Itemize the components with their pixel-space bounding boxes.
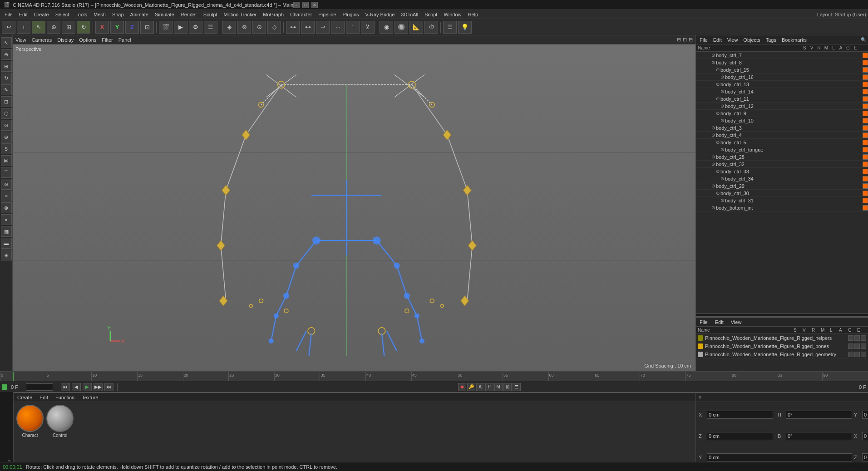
snap-grid[interactable]: ⊸ — [316, 21, 330, 34]
coord-z-input[interactable] — [707, 432, 773, 440]
sculpt-tool[interactable]: ◈ — [1, 250, 12, 260]
relax-tool[interactable]: ⊚ — [1, 202, 12, 213]
menu-pipeline[interactable]: Pipeline — [316, 11, 339, 18]
render-region[interactable]: 🎬 — [159, 21, 173, 34]
all-axes[interactable]: ⊡ — [140, 21, 154, 34]
menu-edit[interactable]: Edit — [16, 11, 30, 18]
obj-mgr-view[interactable]: View — [725, 37, 740, 43]
tree-item[interactable]: ⊙body_ctrl_32 — [696, 161, 868, 168]
tree-item[interactable]: ⊙body_ctrl_12 — [696, 103, 868, 110]
mat-mgr-edit[interactable]: Edit — [713, 319, 725, 325]
go-end[interactable]: ⏭ — [104, 383, 113, 391]
coord-z2-input[interactable] — [862, 453, 868, 461]
magnet-tool[interactable]: ⊛ — [1, 132, 12, 142]
scale-obj-tool[interactable]: ⊞ — [1, 61, 12, 72]
render-settings[interactable]: ⚙ — [189, 21, 202, 34]
tree-item[interactable]: ⊙body_ctrl_30 — [696, 190, 868, 197]
tree-item[interactable]: ⊙body_ctrl_13 — [696, 81, 868, 88]
obj-state-icon[interactable] — [848, 343, 853, 349]
char-create[interactable]: Create — [15, 395, 34, 400]
viewport-menu-display[interactable]: Display — [57, 37, 74, 43]
coord-h-input[interactable] — [786, 411, 852, 419]
new-tool[interactable]: + — [17, 21, 30, 34]
snap-enable[interactable]: ⊷ — [301, 21, 315, 34]
edit-mode-1[interactable]: ◈ — [222, 21, 236, 34]
tree-item[interactable]: ⊙body_ctrl_9 — [696, 110, 868, 117]
menu-create[interactable]: Create — [31, 11, 52, 18]
menu-3dtoall[interactable]: 3DToAll — [398, 11, 421, 18]
menu-mesh[interactable]: Mesh — [91, 11, 108, 18]
tree-item[interactable]: ⊙body_ctrl_34 — [696, 175, 868, 182]
menu-mograph[interactable]: MoGraph — [260, 11, 286, 18]
coord-y2-input[interactable] — [707, 453, 852, 461]
viewport-menu-filter[interactable]: Filter — [102, 37, 113, 43]
obj-state-icon[interactable] — [848, 335, 853, 341]
anim-btn[interactable]: A — [476, 383, 484, 391]
menu-plugins[interactable]: Plugins — [340, 11, 361, 18]
frame-input[interactable] — [26, 383, 53, 391]
tree-item[interactable]: ⊙body_ctrl_3 — [696, 124, 868, 132]
minimize-button[interactable]: − — [293, 2, 300, 8]
char-edit[interactable]: Edit — [38, 395, 50, 400]
coord-x2-input[interactable] — [862, 432, 868, 440]
coord-y-input[interactable] — [862, 411, 868, 419]
coord-x-input[interactable] — [707, 411, 773, 419]
tree-item[interactable]: ⊙body_ctrl_33 — [696, 168, 868, 175]
object-manager[interactable]: ◉ — [380, 21, 393, 34]
obj-state-icon[interactable] — [861, 343, 866, 349]
timeline-manager[interactable]: ⏱ — [424, 21, 438, 34]
snap-vertex[interactable]: ⊹ — [331, 21, 345, 34]
edge-tool[interactable]: ⊡ — [1, 96, 12, 107]
menu-help[interactable]: Help — [465, 11, 481, 18]
motion-btn[interactable]: M — [494, 383, 503, 391]
coord-manager[interactable]: 📐 — [409, 21, 423, 34]
menu-motiontracker[interactable]: Motion Tracker — [221, 11, 259, 18]
viewport-menu-cameras[interactable]: Cameras — [32, 37, 52, 43]
record-btn[interactable]: ⏺ — [458, 383, 466, 391]
mat-mgr-file[interactable]: File — [698, 319, 710, 325]
viewport-icon-2[interactable]: ⊡ — [683, 37, 687, 43]
tree-item[interactable]: ⊙body_ctrl_11 — [696, 95, 868, 103]
snap-edge[interactable]: ⊺ — [346, 21, 360, 34]
obj-mgr-edit[interactable]: Edit — [711, 37, 724, 43]
mirror-tool[interactable]: ⋈ — [1, 155, 12, 166]
z-axis[interactable]: Z — [125, 21, 139, 34]
list-btn[interactable]: ☰ — [513, 383, 521, 391]
move-tool[interactable]: ⊕ — [47, 21, 60, 34]
viewport[interactable]: Perspective — [13, 44, 695, 371]
obj-list-item[interactable]: Pinnocchio_Wooden_Marionette_Figure_Rigg… — [696, 350, 868, 358]
tree-item[interactable]: ⊙body_ctrl_29 — [696, 182, 868, 190]
play-fwd[interactable]: ▶ — [83, 383, 92, 391]
undo-tool[interactable]: ↩ — [2, 21, 15, 34]
select-tool[interactable]: ↖ — [1, 37, 12, 48]
menu-window[interactable]: Window — [441, 11, 464, 18]
snap-mode[interactable]: ⊶ — [286, 21, 300, 34]
material-ball-character[interactable] — [16, 405, 44, 432]
menu-sculpt[interactable]: Sculpt — [201, 11, 220, 18]
x-axis[interactable]: X — [95, 21, 109, 34]
move-obj-tool[interactable]: ⊕ — [1, 49, 12, 60]
obj-mgr-file[interactable]: File — [698, 37, 710, 43]
y-axis[interactable]: Y — [110, 21, 124, 34]
brush-tool[interactable]: ⋄ — [1, 214, 12, 225]
viewport-icon-1[interactable]: ⊞ — [677, 37, 681, 43]
tree-item[interactable]: ⊙body_ctrl_8 — [696, 59, 868, 66]
scale-tool[interactable]: ⊞ — [62, 21, 75, 34]
tree-item[interactable]: ⊙body_ctrl_28 — [696, 153, 868, 161]
timeline[interactable]: 051015202530354045505560657075808590 — [0, 372, 868, 381]
tree-item[interactable]: ⊙body_ctrl_31 — [696, 197, 868, 204]
weld-tool[interactable]: $ — [1, 143, 12, 154]
material-ball-control[interactable] — [46, 405, 74, 432]
viewport-fullscreen[interactable]: ⊟ — [689, 37, 693, 43]
go-start[interactable]: ⏮ — [61, 383, 70, 391]
paint-tool[interactable]: ✎ — [1, 84, 12, 95]
smooth-tool[interactable]: ≈ — [1, 191, 12, 201]
grid-btn[interactable]: ⊞ — [503, 383, 512, 391]
tree-item[interactable]: ⊙body_ctrl_14 — [696, 88, 868, 95]
tree-item[interactable]: ⊙body_ctrl_tongue — [696, 146, 868, 153]
knife-tool[interactable]: ⊘ — [1, 120, 12, 131]
poly-tool[interactable]: ⬡ — [1, 108, 12, 119]
obj-list-item[interactable]: Pinnocchio_Wooden_Marionette_Figure_Rigg… — [696, 334, 868, 342]
render-preview[interactable]: 💡 — [458, 21, 472, 34]
obj-state-icon[interactable] — [854, 335, 860, 341]
